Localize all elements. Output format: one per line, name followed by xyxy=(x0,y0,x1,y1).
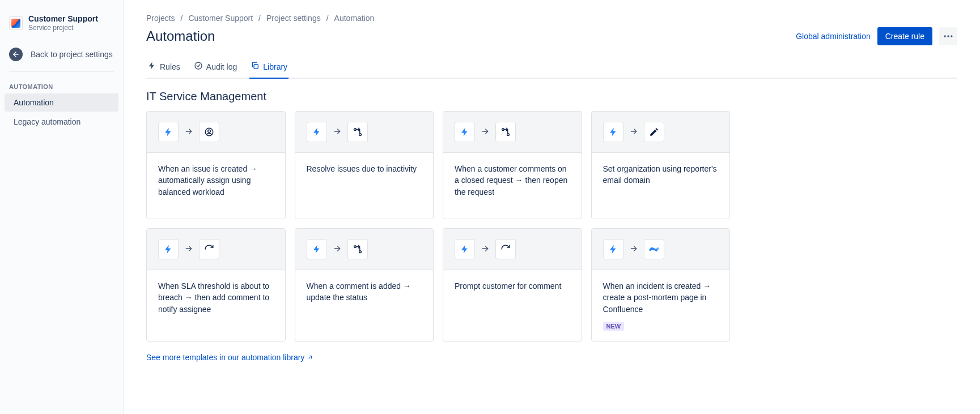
sidebar-item-legacy-automation[interactable]: Legacy automation xyxy=(5,113,118,131)
svg-point-8 xyxy=(208,130,211,133)
bolt-icon xyxy=(603,122,623,142)
sidebar-section-label: Automation xyxy=(0,76,123,92)
template-card[interactable]: When an issue is created → automatically… xyxy=(146,111,286,219)
template-card-description: When a comment is added → update the sta… xyxy=(307,280,422,304)
template-card-description: When an incident is created → create a p… xyxy=(603,280,719,315)
svg-point-1 xyxy=(944,35,946,37)
refresh-icon xyxy=(495,239,516,259)
bolt-icon xyxy=(307,122,327,142)
project-subtitle: Service project xyxy=(28,24,98,33)
tab-audit-log[interactable]: Audit log xyxy=(193,57,238,78)
bolt-icon xyxy=(603,239,623,259)
template-card[interactable]: When a customer comments on a closed req… xyxy=(443,111,582,219)
template-cards-grid: When an issue is created → automatically… xyxy=(146,111,730,342)
back-to-settings-button[interactable]: Back to project settings xyxy=(0,42,123,67)
arrow-right-icon xyxy=(333,244,342,255)
arrow-right-icon xyxy=(629,127,638,138)
user-circle-icon xyxy=(199,122,219,142)
main-content: Projects/Customer Support/Project settin… xyxy=(124,0,980,414)
breadcrumb-item[interactable]: Automation xyxy=(334,14,375,23)
more-horizontal-icon xyxy=(943,31,954,42)
sidebar-item-automation[interactable]: Automation xyxy=(5,93,118,112)
arrow-right-icon xyxy=(481,127,490,138)
svg-rect-5 xyxy=(254,65,258,69)
branch-icon xyxy=(495,122,516,142)
template-card-description: Set organization using reporter's email … xyxy=(603,163,719,186)
pencil-icon xyxy=(644,122,664,142)
tabs: RulesAudit logLibrary xyxy=(146,57,957,79)
breadcrumb: Projects/Customer Support/Project settin… xyxy=(146,0,957,27)
bolt-icon xyxy=(455,122,475,142)
check-circle-icon xyxy=(194,61,203,72)
svg-point-4 xyxy=(195,62,202,69)
confluence-icon xyxy=(644,239,664,259)
template-card-description: When a customer comments on a closed req… xyxy=(455,163,570,198)
sidebar: Customer Support Service project Back to… xyxy=(0,0,124,414)
template-card-description: When SLA threshold is about to breach → … xyxy=(158,280,274,315)
svg-point-3 xyxy=(951,35,952,37)
project-title: Customer Support xyxy=(28,14,98,24)
branch-icon xyxy=(347,122,368,142)
bolt-icon xyxy=(455,239,475,259)
back-arrow-icon xyxy=(9,48,23,61)
bolt-icon xyxy=(307,239,327,259)
breadcrumb-item[interactable]: Project settings xyxy=(266,14,321,23)
tab-rules[interactable]: Rules xyxy=(146,57,181,78)
template-card[interactable]: When a comment is added → update the sta… xyxy=(295,228,434,342)
arrow-right-icon xyxy=(184,244,193,255)
template-card[interactable]: Resolve issues due to inactivity xyxy=(295,111,434,219)
project-icon xyxy=(9,16,23,30)
arrow-right-icon xyxy=(184,127,193,138)
template-card-description: When an issue is created → automatically… xyxy=(158,163,274,198)
template-card[interactable]: Set organization using reporter's email … xyxy=(591,111,731,219)
global-administration-link[interactable]: Global administration xyxy=(796,32,871,41)
section-heading: IT Service Management xyxy=(146,90,957,103)
page-header: Automation Global administration Create … xyxy=(146,27,957,50)
template-card[interactable]: When SLA threshold is about to breach → … xyxy=(146,228,286,342)
external-link-icon xyxy=(307,354,313,361)
project-header: Customer Support Service project xyxy=(0,0,123,42)
page-title: Automation xyxy=(146,28,215,44)
new-badge: NEW xyxy=(603,322,625,331)
bolt-icon xyxy=(147,61,156,72)
template-card[interactable]: Prompt customer for comment xyxy=(443,228,582,342)
template-card[interactable]: When an incident is created → create a p… xyxy=(591,228,731,342)
see-more-templates-link[interactable]: See more templates in our automation lib… xyxy=(146,353,313,362)
tab-library[interactable]: Library xyxy=(249,57,289,78)
sidebar-divider xyxy=(9,71,114,72)
template-card-description: Resolve issues due to inactivity xyxy=(307,163,422,174)
svg-point-2 xyxy=(947,35,949,37)
more-menu-button[interactable] xyxy=(939,27,957,45)
arrow-right-icon xyxy=(333,127,342,138)
arrow-right-icon xyxy=(629,244,638,255)
bolt-icon xyxy=(158,122,179,142)
copy-icon xyxy=(251,61,260,72)
back-label: Back to project settings xyxy=(31,50,113,59)
breadcrumb-item[interactable]: Projects xyxy=(146,14,175,23)
breadcrumb-item[interactable]: Customer Support xyxy=(188,14,253,23)
arrow-right-icon xyxy=(481,244,490,255)
refresh-icon xyxy=(199,239,219,259)
template-card-description: Prompt customer for comment xyxy=(455,280,570,292)
create-rule-button[interactable]: Create rule xyxy=(877,27,932,45)
bolt-icon xyxy=(158,239,179,259)
branch-icon xyxy=(347,239,368,259)
